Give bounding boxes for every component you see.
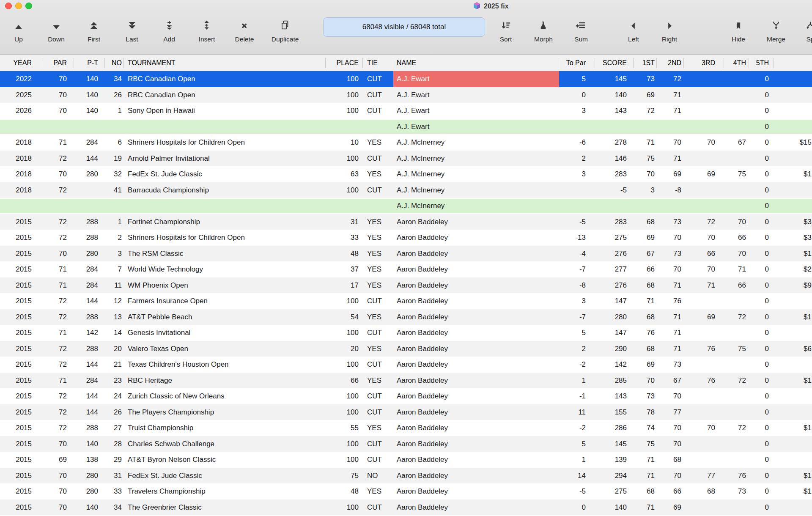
cell-score[interactable]: 285 [595, 373, 634, 389]
cell-tie[interactable]: YES [363, 230, 393, 246]
cell-tournament[interactable]: Texas Children's Houston Open [124, 357, 326, 373]
split-button[interactable]: Sp [805, 17, 812, 43]
cell-name[interactable]: Aaron Baddeley [393, 214, 559, 230]
cell-topar[interactable]: -4 [559, 246, 595, 262]
cell-r2[interactable] [657, 120, 684, 134]
cell-score[interactable]: 280 [595, 309, 634, 325]
cell-year[interactable]: 2018 [0, 151, 42, 167]
cell-r1[interactable] [634, 120, 657, 134]
cell-r3[interactable] [684, 452, 724, 468]
cell-name[interactable]: Aaron Baddeley [393, 420, 559, 436]
cell-pt[interactable]: 280 [74, 468, 105, 484]
cell-no[interactable]: 23 [105, 373, 124, 389]
cell-score[interactable]: 147 [595, 325, 634, 341]
cell-tournament[interactable]: Arnold Palmer Invitational [124, 151, 326, 167]
cell-par[interactable]: 71 [42, 277, 74, 294]
cell-r3[interactable] [684, 103, 724, 119]
cell-r5[interactable]: 0 [749, 436, 774, 452]
cell-r4[interactable] [724, 452, 749, 468]
cell-tournament[interactable]: RBC Canadian Open [124, 87, 326, 103]
cell-r3[interactable]: 68 [684, 483, 724, 500]
table-row[interactable]: 20157228813AT&T Pebble Beach54YESAaron B… [0, 309, 812, 325]
cell-no[interactable]: 31 [105, 468, 124, 484]
cell-no[interactable]: 13 [105, 309, 124, 325]
cell-topar[interactable]: 5 [559, 436, 595, 452]
cell-year[interactable]: 2018 [0, 182, 42, 198]
table-row[interactable]: 20157014028Charles Schwab Challenge100CU… [0, 436, 812, 452]
cell-money[interactable] [774, 325, 812, 341]
cell-year[interactable]: 2015 [0, 420, 42, 436]
cell-r1[interactable]: 69 [634, 87, 657, 103]
zoom-button[interactable] [25, 3, 32, 9]
cell-no[interactable]: 6 [105, 134, 124, 151]
cell-tournament[interactable]: Sony Open in Hawaii [124, 103, 326, 119]
cell-score[interactable]: 143 [595, 103, 634, 119]
cell-no[interactable]: 33 [105, 483, 124, 500]
cell-place[interactable]: 75 [326, 468, 363, 484]
cell-money[interactable] [774, 71, 812, 87]
column-header-tournament[interactable]: TOURNAMENT [124, 55, 326, 71]
cell-r3[interactable]: 70 [684, 261, 724, 277]
cell-r3[interactable] [684, 199, 724, 213]
cell-money[interactable]: $15 [774, 134, 812, 151]
cell-r1[interactable]: 71 [634, 293, 657, 309]
cell-year[interactable]: 2015 [0, 436, 42, 452]
cell-name[interactable]: A.J. McInerney [393, 166, 559, 182]
cell-par[interactable]: 70 [42, 468, 74, 484]
column-header-no[interactable]: NO [105, 55, 124, 71]
cell-pt[interactable] [74, 120, 105, 134]
cell-r2[interactable]: 71 [657, 151, 684, 167]
cell-score[interactable]: 143 [595, 388, 634, 404]
cell-r1[interactable]: 76 [634, 325, 657, 341]
cell-year[interactable]: 2026 [0, 103, 42, 119]
cell-name[interactable]: A.J. McInerney [393, 134, 559, 151]
cell-score[interactable]: 286 [595, 420, 634, 436]
table-row[interactable]: 20157214424Zurich Classic of New Orleans… [0, 388, 812, 404]
column-header-name[interactable]: NAME [393, 55, 559, 71]
cell-score[interactable]: 275 [595, 230, 634, 246]
column-header-to-par[interactable]: To Par [559, 55, 595, 71]
cell-tie[interactable]: CUT [363, 436, 393, 452]
cell-r5[interactable]: 0 [749, 388, 774, 404]
cell-tournament[interactable]: Zurich Classic of New Orleans [124, 388, 326, 404]
cell-tie[interactable]: CUT [363, 87, 393, 103]
cell-name[interactable]: Aaron Baddeley [393, 246, 559, 262]
cell-par[interactable]: 72 [42, 388, 74, 404]
cell-year[interactable]: 2015 [0, 500, 42, 516]
cell-tournament[interactable]: WM Phoenix Open [124, 277, 326, 294]
cell-par[interactable] [42, 120, 74, 134]
cell-r4[interactable] [724, 199, 749, 213]
cell-topar[interactable]: 2 [559, 151, 595, 167]
cell-tie[interactable]: CUT [363, 151, 393, 167]
cell-par[interactable]: 70 [42, 500, 74, 516]
cell-score[interactable]: 140 [595, 500, 634, 516]
cell-r1[interactable]: 74 [634, 420, 657, 436]
cell-score[interactable]: 147 [595, 293, 634, 309]
cell-score[interactable]: 155 [595, 404, 634, 420]
column-header-5th[interactable]: 5TH [749, 55, 774, 71]
cell-no[interactable]: 21 [105, 357, 124, 373]
cell-place[interactable]: 100 [326, 71, 363, 87]
cell-no[interactable]: 28 [105, 436, 124, 452]
cell-r4[interactable] [724, 103, 749, 119]
cell-year[interactable]: 2018 [0, 166, 42, 182]
cell-r2[interactable]: 71 [657, 103, 684, 119]
cell-pt[interactable] [74, 182, 105, 198]
cell-money[interactable] [774, 120, 812, 134]
cell-pt[interactable]: 284 [74, 277, 105, 294]
cell-r4[interactable] [724, 87, 749, 103]
cell-year[interactable]: 2015 [0, 341, 42, 357]
cell-r3[interactable]: 77 [684, 468, 724, 484]
cell-r4[interactable]: 76 [724, 468, 749, 484]
cell-par[interactable]: 71 [42, 134, 74, 151]
cell-topar[interactable]: -7 [559, 261, 595, 277]
cell-tie[interactable]: NO [363, 468, 393, 484]
cell-money[interactable]: $1 [774, 309, 812, 325]
cell-money[interactable] [774, 357, 812, 373]
cell-money[interactable]: $1 [774, 468, 812, 484]
cell-r3[interactable] [684, 404, 724, 420]
cell-tournament[interactable]: Farmers Insurance Open [124, 293, 326, 309]
cell-no[interactable]: 20 [105, 341, 124, 357]
cell-r4[interactable] [724, 436, 749, 452]
cell-no[interactable]: 1 [105, 214, 124, 230]
